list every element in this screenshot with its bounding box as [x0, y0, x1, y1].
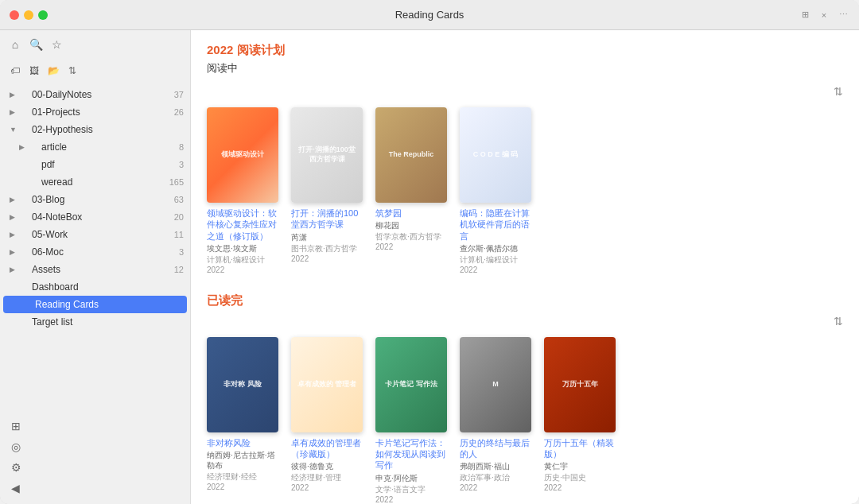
- arrow-icon: ▶: [10, 108, 19, 116]
- arrow-icon: ▶: [19, 143, 29, 151]
- book-title: 领域驱动设计：软件核心复杂性应对之道（修订版）: [207, 207, 278, 242]
- book-author: 彼得·德鲁克: [291, 461, 363, 471]
- sidebar-item-target-list[interactable]: Target list: [0, 313, 190, 331]
- book-author: 纳西姆·尼古拉斯·塔勒布: [207, 450, 278, 471]
- book-author: 申克·阿伦斯: [375, 473, 447, 483]
- sort-button-2[interactable]: ⇅: [834, 315, 843, 328]
- sidebar-bottom-icons: ⊞ ◎ ⚙ ◀: [0, 410, 190, 504]
- book-cover: 卡片笔记 写作法: [375, 337, 447, 432]
- cover-text: 打开·润播的100堂西方哲学课: [291, 141, 363, 169]
- cover-text: 卓有成效的 管理者: [293, 375, 362, 394]
- traffic-lights: [10, 10, 48, 20]
- sidebar-item-projects[interactable]: ▶ 01-Projects 26: [0, 103, 190, 121]
- book-cover: 非对称 风险: [207, 337, 278, 432]
- book-cover: 卓有成效的 管理者: [291, 337, 363, 432]
- arrow-icon: ▶: [10, 196, 19, 204]
- sidebar-item-hypothesis[interactable]: ▼ 02-Hypothesis: [0, 121, 190, 138]
- book-category: 政治军事·政治: [460, 472, 531, 483]
- book-card[interactable]: The Republic筑梦园柳花园哲学京教·西方哲学2022: [375, 107, 447, 274]
- fullscreen-button[interactable]: [38, 10, 48, 20]
- book-card[interactable]: 打开·润播的100堂西方哲学课打开：润播的100堂西方哲学课芮潇图书京教·西方哲…: [291, 107, 363, 274]
- arrow-icon: ▼: [10, 126, 19, 134]
- star-icon[interactable]: ☆: [49, 37, 64, 52]
- close-icon[interactable]: ×: [818, 9, 830, 21]
- minimize-button[interactable]: [24, 10, 33, 20]
- book-year: 2022: [460, 483, 531, 492]
- book-card[interactable]: C O D E 编 码编码：隐匿在计算机软硬件背后的语言查尔斯·佩措尔德计算机·…: [460, 107, 531, 274]
- book-author: 芮潇: [291, 232, 363, 242]
- sidebar-item-dailynotes[interactable]: ▶ 00-DailyNotes 37: [0, 86, 190, 103]
- cover-text: 万历十五年: [558, 375, 603, 394]
- reading-books-grid: 领域驱动设计领域驱动设计：软件核心复杂性应对之道（修订版）埃文思·埃文斯计算机·…: [207, 107, 843, 274]
- titlebar: Reading Cards ⊞ × ⋯: [0, 0, 859, 30]
- book-cover: 万历十五年: [544, 337, 616, 432]
- grid-view-button[interactable]: ⊞: [799, 9, 811, 21]
- book-card[interactable]: 卡片笔记 写作法卡片笔记写作法：如何发现从阅读到写作申克·阿伦斯文学·语言文字2…: [375, 337, 447, 504]
- book-cover: 打开·润播的100堂西方哲学课: [291, 107, 363, 203]
- book-title: 编码：隐匿在计算机软硬件背后的语言: [460, 207, 531, 242]
- book-category: 哲学京教·西方哲学: [375, 231, 447, 242]
- main-content: ⌂ 🔍 ☆ 🏷 🖼 📂 ⇅ ▶ 00-DailyNotes 37 ▶: [0, 30, 859, 504]
- book-category: 经济理财·经经: [207, 471, 278, 482]
- close-button[interactable]: [10, 10, 19, 20]
- book-card[interactable]: 领域驱动设计领域驱动设计：软件核心复杂性应对之道（修订版）埃文思·埃文斯计算机·…: [207, 107, 278, 274]
- sidebar-tree: ▶ 00-DailyNotes 37 ▶ 01-Projects 26 ▼ 02…: [0, 83, 190, 410]
- sidebar-bottom-icon3[interactable]: ⚙: [0, 458, 190, 477]
- book-card[interactable]: 卓有成效的 管理者卓有成效的管理者（珍藏版）彼得·德鲁克经济理财·管理2022: [291, 337, 363, 504]
- book-card[interactable]: 非对称 风险非对称风险纳西姆·尼古拉斯·塔勒布经济理财·经经2022: [207, 337, 278, 504]
- book-cover: The Republic: [375, 107, 447, 203]
- cover-text: C O D E 编 码: [468, 145, 523, 165]
- book-card[interactable]: 万历十五年万历十五年（精装版）黄仁宇历史·中国史2022: [544, 337, 616, 504]
- arrow-icon: ▶: [10, 91, 19, 99]
- book-year: 2022: [207, 266, 278, 274]
- book-title: 筑梦园: [375, 207, 447, 219]
- book-card[interactable]: M历史的终结与最后的人弗朗西斯·福山政治军事·政治2022: [460, 337, 531, 504]
- sidebar-item-assets[interactable]: ▶ Assets 12: [0, 261, 190, 278]
- arrow-icon: ▶: [10, 248, 19, 256]
- book-title: 非对称风险: [207, 437, 278, 448]
- sidebar-item-article[interactable]: ▶ article 8: [0, 138, 190, 156]
- sidebar-bottom-icon2[interactable]: ◎: [0, 437, 190, 456]
- book-year: 2022: [375, 242, 447, 251]
- sort-section2: ⇅: [207, 315, 843, 328]
- sidebar-item-pdf[interactable]: pdf 3: [0, 156, 190, 173]
- cover-text: M: [488, 375, 503, 394]
- sort-section1: ⇅: [207, 85, 843, 98]
- section1-title: 2022 阅读计划: [207, 43, 843, 58]
- sort-button-1[interactable]: ⇅: [834, 85, 843, 98]
- book-category: 历史·中国史: [544, 472, 616, 483]
- sort-icon[interactable]: ⇅: [65, 64, 80, 78]
- sidebar-collapse-icon[interactable]: ◀: [0, 479, 190, 498]
- book-title: 打开：润播的100堂西方哲学课: [291, 207, 363, 231]
- window-title: Reading Cards: [395, 9, 464, 21]
- sidebar-item-notebox[interactable]: ▶ 04-NoteBox 20: [0, 208, 190, 226]
- book-category: 计算机·编程设计: [207, 254, 278, 265]
- book-author: 埃文思·埃文斯: [207, 243, 278, 254]
- folder-icon[interactable]: 📂: [46, 64, 60, 78]
- book-year: 2022: [291, 483, 363, 492]
- image-icon[interactable]: 🖼: [27, 64, 41, 78]
- more-options-button[interactable]: ⋯: [837, 9, 849, 21]
- sidebar-item-dashboard[interactable]: Dashboard: [0, 278, 190, 296]
- book-cover: C O D E 编 码: [460, 107, 531, 203]
- sidebar-item-weread[interactable]: weread 165: [0, 173, 190, 191]
- arrow-icon: ▶: [10, 266, 19, 273]
- tag-icon[interactable]: 🏷: [8, 64, 22, 78]
- search-icon[interactable]: 🔍: [29, 37, 43, 52]
- cover-text: 非对称 风险: [219, 375, 266, 394]
- book-cover: M: [460, 337, 531, 432]
- home-icon[interactable]: ⌂: [8, 37, 22, 52]
- sidebar-item-reading-cards[interactable]: Reading Cards: [3, 296, 187, 313]
- cover-text: 卡片笔记 写作法: [380, 375, 442, 394]
- sidebar-item-work[interactable]: ▶ 05-Work 11: [0, 226, 190, 243]
- book-category: 经济理财·管理: [291, 472, 363, 483]
- book-title: 万历十五年（精装版）: [544, 437, 616, 460]
- sidebar: ⌂ 🔍 ☆ 🏷 🖼 📂 ⇅ ▶ 00-DailyNotes 37 ▶: [0, 30, 191, 504]
- titlebar-actions: ⊞ × ⋯: [799, 9, 849, 21]
- sidebar-item-moc[interactable]: ▶ 06-Moc 3: [0, 243, 190, 261]
- cover-text: The Republic: [384, 145, 439, 165]
- sidebar-bottom-icon1[interactable]: ⊞: [0, 417, 190, 436]
- book-category: 计算机·编程设计: [460, 254, 531, 265]
- arrow-icon: ▶: [10, 213, 19, 221]
- sidebar-item-blog[interactable]: ▶ 03-Blog 63: [0, 191, 190, 208]
